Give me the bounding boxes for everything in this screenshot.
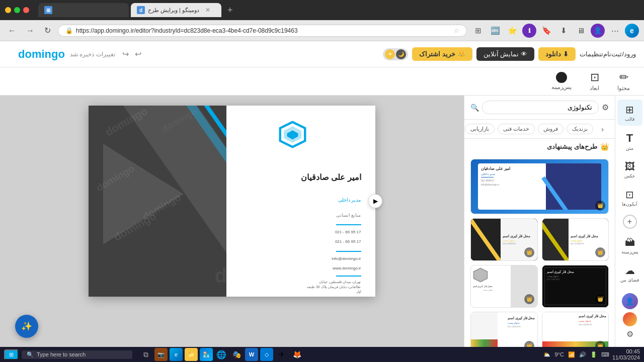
- background-sidebar-icon: 🏔: [625, 237, 635, 248]
- tool-text[interactable]: T متن: [617, 128, 642, 155]
- template-card-4[interactable]: محل قار کیری اسم عنوان پست 021-12345678 …: [542, 265, 609, 308]
- text-icon: T: [626, 132, 633, 145]
- more-icon[interactable]: ⋯: [608, 24, 622, 38]
- redo-button[interactable]: ↪: [120, 48, 131, 60]
- new-tab-button[interactable]: +: [223, 3, 237, 18]
- taskbar-time: 00:45 11/03/2024: [612, 348, 640, 360]
- template-card-2[interactable]: محل قار کیری اسم عنوان پست 021-12345678 …: [542, 218, 609, 261]
- download-button[interactable]: ⬇ دانلود: [538, 47, 576, 61]
- taskbar-app-telegram[interactable]: ✈: [275, 348, 288, 361]
- date-display: 11/03/2024: [612, 354, 640, 360]
- tag-marketing[interactable]: بازاریابی: [465, 124, 495, 134]
- app-logo: domingo: [18, 48, 65, 61]
- taskbar-app-explorer[interactable]: 📁: [185, 348, 198, 361]
- start-button[interactable]: ⊞: [4, 349, 19, 360]
- canvas-area[interactable]: امیر علی صادقیان مدیر داخلی منابع انسانی…: [0, 96, 464, 347]
- panel-search: ⚙ 🔍: [464, 96, 615, 120]
- tag-sales[interactable]: فروش: [538, 124, 564, 134]
- featured-template[interactable]: امیر علی صادقیان مدیر داخلی 021-669517 i…: [470, 159, 609, 214]
- filter-button[interactable]: ⚙: [602, 103, 609, 112]
- template-card-3[interactable]: محل قار کیری اسم عنوان پست 021-12345678 …: [470, 218, 538, 261]
- address-bar[interactable]: 🔒 https://app.domingo.ir/editor?industry…: [58, 25, 467, 37]
- back-button[interactable]: ←: [5, 24, 19, 37]
- dimensions-label: ابعاد: [590, 85, 599, 92]
- tool-myspace[interactable]: ☁ فضای من: [617, 260, 642, 287]
- nav-icon-2[interactable]: 🔤: [488, 24, 502, 38]
- taskbar-app-vscode[interactable]: ◇: [260, 348, 273, 361]
- template-card-6[interactable]: محل قار کیری اسم عنوان پست 021-12345678 …: [542, 312, 609, 347]
- online-show-button[interactable]: 👁 نمایش آنلاین: [476, 47, 535, 61]
- color-circle-1[interactable]: [623, 312, 637, 326]
- battery-icon: 🔋: [590, 351, 597, 358]
- active-tab[interactable]: d دومینگو | ویرایش طرح ✕: [131, 3, 221, 17]
- tool-templates[interactable]: ⊞ قالب: [617, 100, 642, 126]
- taskbar-app-img1[interactable]: 📷: [154, 348, 168, 361]
- settings-gear-icon[interactable]: ⚙: [626, 329, 633, 339]
- taskbar-app-popcorn[interactable]: 🎭: [230, 348, 243, 361]
- nav-icon-7[interactable]: 🖥: [574, 24, 588, 38]
- featured-title: مدیر داخلی: [481, 172, 496, 175]
- taskbar-search-text: Type here to search: [37, 351, 86, 357]
- tool-icons[interactable]: ⊡ آیکون‌ها: [617, 185, 642, 211]
- edge-logo: e: [625, 24, 639, 38]
- template-card-5[interactable]: محل قار کیری اسم عنوان پست 👑: [470, 265, 538, 308]
- toolbar-content[interactable]: ✏ محتوا: [613, 69, 634, 94]
- tool-photo[interactable]: 🖼 عکس: [617, 157, 642, 183]
- toolbar-background[interactable]: پس‌زمینه: [547, 70, 576, 93]
- taskbar-app-store[interactable]: 🏪: [200, 348, 213, 361]
- window-controls: [5, 7, 29, 13]
- taskbar-app-chrome[interactable]: 🌐: [215, 348, 228, 361]
- card-address: تهران، میدان فلسطین، خیابانطالقانی، دبای…: [307, 280, 361, 294]
- minimize-button[interactable]: [5, 7, 11, 13]
- template-5-crown: 👑: [524, 294, 534, 304]
- taskbar: ⊞ 🔍 Type here to search ⧉ 📷 e 📁 🏪 🌐 🎭 W …: [0, 347, 644, 362]
- taskbar-search[interactable]: 🔍 Type here to search: [22, 350, 132, 359]
- tool-background[interactable]: 🏔 پس‌زمینه: [617, 233, 642, 258]
- card-dept: منابع انسانی: [336, 213, 361, 218]
- subscribe-button[interactable]: 👑 خرید اشتراک: [412, 47, 472, 61]
- nav-icon-6[interactable]: ⬇: [556, 24, 571, 38]
- card-name: امیر علی صادقیان: [301, 172, 361, 182]
- close-button[interactable]: [23, 7, 29, 13]
- tab-bar: ⊞ d دومینگو | ویرایش طرح ✕ +: [38, 3, 634, 18]
- template-4-crown: 👑: [595, 294, 605, 304]
- taskbar-app-taskview[interactable]: ⧉: [139, 348, 152, 361]
- time-display: 00:45: [612, 348, 640, 354]
- tab-favicon-empty: ⊞: [44, 6, 52, 14]
- login-button[interactable]: ورود/ثبت‌نام: [603, 50, 636, 58]
- card-logo: [279, 121, 306, 148]
- refresh-button[interactable]: ↻: [41, 24, 54, 37]
- toolbar-dimensions[interactable]: ⊡ ابعاد: [586, 69, 603, 94]
- forward-button[interactable]: →: [23, 24, 37, 37]
- sidebar-expand-arrow[interactable]: ▶: [368, 194, 382, 208]
- tag-tech-services[interactable]: خدمات فنی: [498, 124, 535, 134]
- dark-mode-toggle[interactable]: 🌙 ☀: [383, 48, 408, 60]
- nav-bar: ← → ↻ 🔒 https://app.domingo.ir/editor?in…: [0, 20, 644, 41]
- fab-button[interactable]: ✨: [15, 315, 38, 338]
- nav-icon-4[interactable]: ℹ: [522, 24, 536, 38]
- tag-bzndk[interactable]: بزندیک: [567, 124, 593, 134]
- taskbar-app-edge[interactable]: e: [170, 348, 183, 361]
- nav-icon-5[interactable]: 🔖: [539, 24, 553, 38]
- taskbar-apps: ⧉ 📷 e 📁 🏪 🌐 🎭 W ◇ ✈ 🦊: [139, 348, 303, 361]
- weather-icon: ⛅: [543, 351, 550, 358]
- undo-button[interactable]: ↩: [133, 48, 143, 60]
- user-avatar[interactable]: 👤: [622, 293, 638, 309]
- nav-icon-1[interactable]: ⊞: [471, 24, 485, 38]
- template-card-7[interactable]: محل قار کیری اسم عنوان پست 021-12345678 …: [470, 312, 538, 347]
- add-element-button[interactable]: +: [623, 215, 637, 229]
- card-phone1: 021 - 66 95 17: [335, 230, 361, 234]
- template-search-input[interactable]: [482, 101, 599, 114]
- taskbar-app-word[interactable]: W: [245, 348, 258, 361]
- taskbar-app-firefox[interactable]: 🦊: [290, 348, 303, 361]
- maximize-button[interactable]: [14, 7, 20, 13]
- tags-back-button[interactable]: ‹: [596, 124, 609, 134]
- templates-icon: ⊞: [625, 104, 634, 116]
- profile-icon[interactable]: 👤: [591, 24, 605, 38]
- settings-button[interactable]: تنظیمات: [580, 50, 603, 58]
- tab-close-icon[interactable]: ✕: [205, 7, 210, 14]
- new-tab[interactable]: ⊞: [38, 3, 129, 17]
- nav-icon-3[interactable]: ⭐: [505, 24, 519, 38]
- main-layout: امیر علی صادقیان مدیر داخلی منابع انسانی…: [0, 96, 644, 347]
- template-2-crown: 👑: [595, 247, 605, 257]
